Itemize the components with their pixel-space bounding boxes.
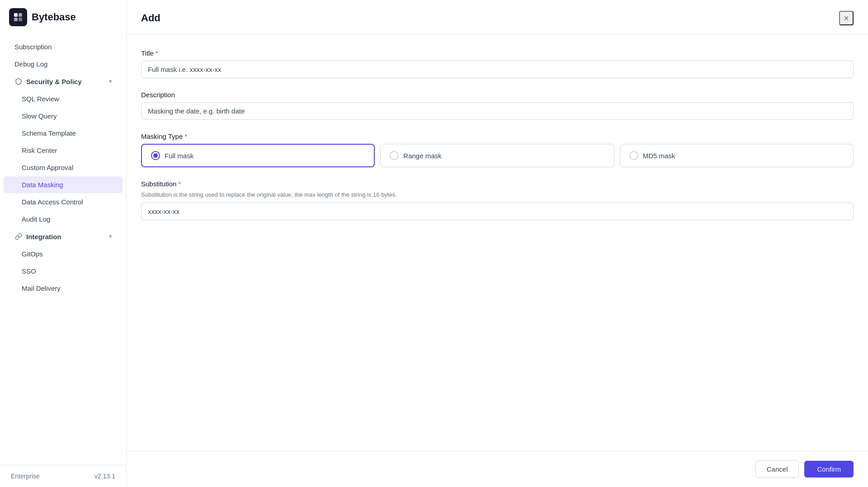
close-button[interactable]: ×	[839, 11, 854, 25]
sidebar-item-custom-approval[interactable]: Custom Approval	[4, 159, 123, 176]
masking-option-full[interactable]: Full mask	[141, 144, 375, 167]
svg-rect-3	[19, 18, 22, 21]
sidebar-nav: Subscription Debug Log Security & Policy…	[0, 34, 126, 465]
title-form-group: Title *	[141, 49, 854, 78]
app-name: Bytebase	[32, 11, 76, 23]
required-star: *	[156, 49, 158, 57]
description-label: Description	[141, 91, 854, 99]
masking-option-md5-label: MD5 mask	[643, 152, 675, 160]
sidebar-item-label: Mail Delivery	[22, 284, 61, 292]
version-label: v2.13.1	[94, 473, 115, 480]
sidebar-item-security-policy[interactable]: Security & Policy ▾	[4, 73, 123, 90]
sidebar-item-audit-log[interactable]: Audit Log	[4, 211, 123, 227]
masking-type-label: Masking Type *	[141, 132, 854, 140]
sidebar-item-label: Data Access Control	[22, 198, 83, 206]
sidebar-item-label: Audit Log	[22, 215, 50, 223]
logo-icon	[9, 8, 27, 26]
chevron-down-icon: ▾	[109, 233, 112, 240]
sidebar-item-label: Data Masking	[22, 181, 63, 189]
description-input[interactable]	[141, 102, 854, 120]
link-icon	[14, 232, 23, 241]
masking-type-options: Full mask Range mask MD5 mask	[141, 144, 854, 167]
cancel-button[interactable]: Cancel	[755, 460, 799, 478]
masking-option-range-label: Range mask	[403, 152, 441, 160]
modal-body: Title * Description Masking Type *	[127, 35, 868, 451]
masking-type-form-group: Masking Type * Full mask Range mask	[141, 132, 854, 167]
svg-rect-2	[14, 18, 18, 21]
shield-icon	[14, 77, 23, 85]
sidebar-item-slow-query[interactable]: Slow Query	[4, 108, 123, 124]
sidebar-item-label: SSO	[22, 267, 36, 275]
sidebar-item-schema-template[interactable]: Schema Template	[4, 125, 123, 142]
sidebar-item-label: Schema Template	[22, 129, 76, 137]
radio-full-inner	[153, 153, 158, 158]
masking-option-range[interactable]: Range mask	[380, 144, 614, 167]
sidebar-item-label: Debug Log	[14, 60, 47, 68]
sidebar-item-data-masking[interactable]: Data Masking	[4, 176, 123, 193]
main-content: Global Masking Rule Title Default Full m…	[127, 0, 868, 487]
sidebar-item-debug-log[interactable]: Debug Log	[4, 56, 123, 72]
required-star: *	[178, 180, 181, 188]
sidebar-item-data-access-control[interactable]: Data Access Control	[4, 194, 123, 210]
modal-header: Add ×	[127, 0, 868, 35]
confirm-button[interactable]: Confirm	[804, 461, 854, 478]
sidebar: Bytebase Subscription Debug Log Security…	[0, 0, 127, 487]
chevron-down-icon: ▾	[109, 78, 112, 85]
sidebar-item-label: Custom Approval	[22, 164, 73, 171]
sidebar-item-mail-delivery[interactable]: Mail Delivery	[4, 280, 123, 297]
sidebar-item-integration[interactable]: Integration ▾	[4, 228, 123, 245]
sidebar-item-label: GitOps	[22, 250, 43, 258]
sidebar-item-sql-review[interactable]: SQL Review	[4, 90, 123, 107]
add-modal: Add × Title * Description Masking Type	[127, 0, 868, 487]
modal-title: Add	[141, 12, 160, 24]
description-form-group: Description	[141, 91, 854, 120]
radio-full-outer	[151, 151, 160, 160]
sidebar-item-label: Integration	[26, 233, 61, 241]
masking-option-full-label: Full mask	[165, 152, 193, 160]
sidebar-item-gitops[interactable]: GitOps	[4, 246, 123, 262]
substitution-desc: Substitution is the string used to repla…	[141, 191, 854, 198]
sidebar-item-label: Subscription	[14, 43, 52, 51]
plan-label: Enterprise	[11, 473, 40, 480]
masking-option-md5[interactable]: MD5 mask	[620, 144, 854, 167]
svg-rect-1	[19, 13, 22, 17]
sidebar-item-label: Slow Query	[22, 112, 57, 120]
sidebar-footer: Enterprise v2.13.1	[0, 465, 126, 487]
substitution-input[interactable]	[141, 203, 854, 220]
sidebar-item-label: Security & Policy	[26, 78, 82, 85]
radio-md5-outer	[629, 151, 638, 160]
substitution-form-group: Substitution * Substitution is the strin…	[141, 180, 854, 220]
logo-area: Bytebase	[0, 0, 126, 34]
substitution-label: Substitution *	[141, 180, 854, 188]
sidebar-item-risk-center[interactable]: Risk Center	[4, 142, 123, 159]
modal-footer: Cancel Confirm	[127, 451, 868, 487]
sidebar-item-sso[interactable]: SSO	[4, 263, 123, 279]
title-label: Title *	[141, 49, 854, 57]
title-input[interactable]	[141, 61, 854, 78]
sidebar-item-subscription[interactable]: Subscription	[4, 38, 123, 55]
svg-rect-0	[14, 13, 18, 17]
radio-range-outer	[390, 151, 399, 160]
sidebar-item-label: Risk Center	[22, 147, 57, 154]
sidebar-item-label: SQL Review	[22, 95, 59, 103]
required-star: *	[184, 132, 187, 140]
